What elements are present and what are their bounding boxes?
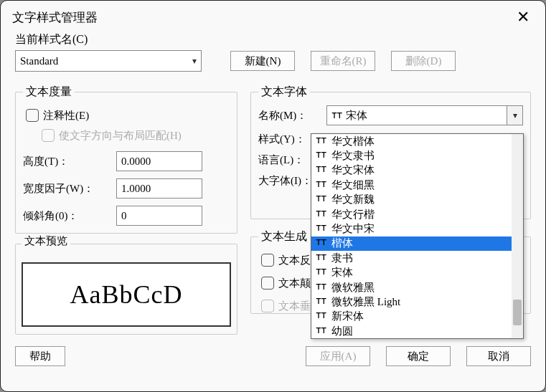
font-option[interactable]: 华文宋体 xyxy=(311,163,512,178)
truetype-icon xyxy=(316,296,327,308)
truetype-icon xyxy=(316,164,327,176)
font-option[interactable]: 华文楷体 xyxy=(311,134,512,148)
font-dropdown-list[interactable]: 华文楷体华文隶书华文宋体华文细黑华文新魏华文行楷华文中宋楷体隶书宋体微软雅黑微软… xyxy=(311,133,524,339)
truetype-icon xyxy=(316,179,327,191)
help-button[interactable]: 帮助 xyxy=(15,346,65,366)
font-option[interactable]: 新宋体 xyxy=(311,310,512,324)
truetype-icon xyxy=(316,193,327,206)
match-orientation-checkbox: 使文字方向与布局匹配(H) xyxy=(39,127,230,144)
window-title: 文字样式管理器 xyxy=(12,9,98,26)
font-option[interactable]: 宋体 xyxy=(311,266,512,280)
oblique-input[interactable] xyxy=(116,206,202,226)
font-option[interactable]: 微软雅黑 xyxy=(311,280,512,295)
upsidedown-input[interactable] xyxy=(261,277,274,290)
truetype-icon xyxy=(316,150,327,162)
font-option[interactable]: 华文中宋 xyxy=(311,221,512,236)
preview-sample: AaBbCcD xyxy=(22,262,231,327)
annotative-input[interactable] xyxy=(26,109,39,122)
chevron-down-icon: ▾ xyxy=(513,110,517,121)
font-option[interactable]: 幼圆 xyxy=(311,324,512,338)
font-name-select[interactable]: 宋体 ▾ xyxy=(326,105,523,125)
font-option[interactable]: 楷体 xyxy=(311,236,512,251)
oblique-label: 倾斜角(0)： xyxy=(23,209,116,223)
font-legend: 文本字体 xyxy=(258,85,310,100)
scrollbar[interactable] xyxy=(512,134,523,338)
dialog-window: 文字样式管理器 ✕ 当前样式名(C) Standard ▾ 新建(N) 重命名(… xyxy=(0,0,546,392)
truetype-icon xyxy=(316,325,327,338)
vertical-input xyxy=(261,300,274,312)
height-input[interactable] xyxy=(116,151,202,171)
apply-button: 应用(A) xyxy=(306,346,370,366)
truetype-icon xyxy=(316,310,327,322)
chevron-down-icon: ▾ xyxy=(192,56,197,67)
truetype-icon xyxy=(316,135,327,148)
current-style-select[interactable]: Standard ▾ xyxy=(15,50,202,72)
font-name-label: 名称(M)： xyxy=(258,109,326,123)
close-icon[interactable]: ✕ xyxy=(512,8,534,27)
gen-legend: 文本生成 xyxy=(258,229,310,244)
width-input[interactable] xyxy=(116,178,202,199)
metrics-group: 文本度量 注释性(E) 使文字方向与布局匹配(H) 高度(T)： 宽度因 xyxy=(15,85,237,234)
current-style-value: Standard xyxy=(20,55,58,67)
font-option[interactable]: 微软雅黑 Light xyxy=(311,295,512,309)
truetype-icon xyxy=(316,282,327,294)
truetype-icon xyxy=(316,209,327,221)
width-label: 宽度因子(W)： xyxy=(23,182,116,196)
preview-legend: 文本预览 xyxy=(22,234,70,248)
truetype-icon xyxy=(316,267,327,279)
font-name-value: 宋体 xyxy=(344,109,507,123)
font-option[interactable]: 华文细黑 xyxy=(311,178,512,192)
truetype-icon xyxy=(316,252,327,264)
font-option[interactable]: 华文新魏 xyxy=(311,193,512,207)
cancel-button[interactable]: 取消 xyxy=(466,346,531,366)
new-button[interactable]: 新建(N) xyxy=(230,51,295,71)
match-orientation-input xyxy=(42,129,55,142)
height-label: 高度(T)： xyxy=(23,155,116,168)
rename-button: 重命名(R) xyxy=(311,51,375,71)
scrollbar-thumb[interactable] xyxy=(513,300,522,325)
truetype-icon xyxy=(316,237,327,249)
truetype-icon xyxy=(316,223,327,235)
font-option[interactable]: 隶书 xyxy=(311,251,512,265)
annotative-checkbox[interactable]: 注释性(E) xyxy=(23,107,230,124)
truetype-icon xyxy=(330,111,344,120)
font-option[interactable]: 华文隶书 xyxy=(311,148,512,163)
current-style-label: 当前样式名(C) xyxy=(15,32,531,47)
ok-button[interactable]: 确定 xyxy=(386,346,451,366)
titlebar: 文字样式管理器 ✕ xyxy=(1,1,545,32)
delete-button: 删除(D) xyxy=(391,51,456,71)
backwards-input[interactable] xyxy=(261,254,274,267)
metrics-legend: 文本度量 xyxy=(23,85,75,100)
preview-group: 文本预览 AaBbCcD xyxy=(15,244,237,335)
font-option[interactable]: 华文行楷 xyxy=(311,207,512,221)
